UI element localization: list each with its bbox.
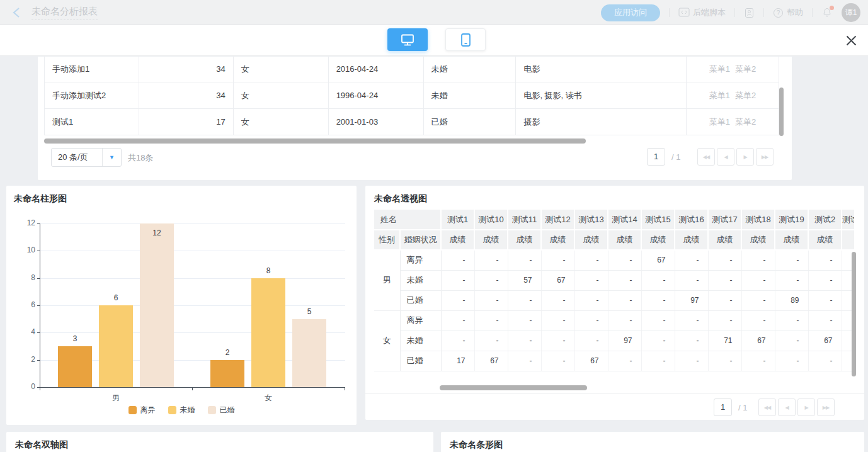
pivot-value-cell: 67 [641, 250, 675, 270]
pivot-value-cell: 17 [441, 351, 474, 371]
notifications-button[interactable] [821, 7, 833, 18]
pivot-value-cell: - [474, 250, 508, 270]
bar-离异-男[interactable] [58, 346, 92, 387]
legend-item-已婚[interactable]: 已婚 [208, 405, 235, 415]
page-size-select[interactable]: 20 条/页 ▼ [51, 148, 122, 167]
app-access-button[interactable]: 应用访问 [601, 4, 660, 21]
bar-已婚-女[interactable] [292, 319, 326, 387]
pivot-measure-header: 成绩 [508, 230, 541, 250]
desktop-view-toggle[interactable] [387, 28, 428, 51]
pivot-value-cell: - [708, 310, 741, 331]
y-axis-label: 12 [6, 218, 35, 227]
close-icon [845, 34, 858, 47]
table-row[interactable]: 手动添加134女2016-04-24未婚电影菜单1菜单2 [45, 57, 779, 82]
prev-page-button[interactable]: ◀ [717, 148, 734, 166]
pivot-row-group: 女 [374, 310, 400, 371]
pivot-table: 姓名测试1测试10测试11测试12测试13测试14测试15测试16测试17测试1… [374, 210, 854, 371]
pivot-col-header: 测试16 [675, 210, 708, 230]
prev-page-button[interactable]: ◀ [778, 398, 796, 416]
pivot-measure-header: 成绩 [808, 230, 842, 250]
backend-script-button[interactable]: 后端脚本 [678, 7, 726, 18]
pivot-row-header: 未婚 [400, 331, 441, 351]
avatar[interactable]: 谭1 [842, 3, 860, 22]
next-page-button[interactable]: ▶ [797, 398, 815, 416]
first-page-button[interactable]: ◀◀ [697, 148, 715, 166]
next-page-button[interactable]: ▶ [736, 148, 754, 166]
pivot-value-cell: - [641, 310, 675, 331]
pivot-value-cell: - [741, 250, 775, 270]
grid-line [40, 251, 345, 251]
pivot-value-cell: - [675, 351, 708, 371]
table-cell-name: 手动添加测试2 [45, 82, 139, 108]
x-axis-category: 女 [243, 393, 294, 404]
back-button[interactable] [11, 7, 23, 21]
grid-line [40, 223, 345, 224]
page-number-input[interactable]: 1 [647, 148, 665, 166]
report-title[interactable]: 未命名分析报表 [31, 6, 98, 20]
pivot-value-cell: - [708, 351, 741, 371]
phone-icon [460, 33, 471, 47]
hbar-chart-title: 未命名条形图 [450, 439, 503, 451]
divider [763, 8, 764, 17]
table-cell-marital: 未婚 [424, 57, 517, 82]
table-row[interactable]: 手动添加测试234女1996-04-24未婚电影, 摄影, 读书菜单1菜单2 [45, 82, 779, 109]
last-page-button[interactable]: ▶▶ [756, 148, 774, 166]
pivot-value-cell: - [474, 310, 508, 331]
pivot-value-cell: - [775, 250, 808, 270]
pivot-value-cell: - [608, 250, 641, 270]
pivot-value-cell: - [474, 331, 508, 351]
menu-link[interactable]: 菜单1 [709, 64, 730, 74]
vertical-scrollbar[interactable] [779, 88, 784, 136]
notification-dot [830, 6, 834, 10]
menu-link[interactable]: 菜单1 [709, 91, 730, 100]
y-axis-line [40, 223, 40, 388]
bar-未婚-男[interactable] [99, 305, 133, 387]
pivot-value-cell: - [541, 331, 574, 351]
legend-item-未婚[interactable]: 未婚 [168, 405, 195, 415]
pivot-value-cell: - [741, 351, 775, 371]
bar-value-label: 3 [58, 334, 92, 343]
bar-离异-女[interactable] [210, 360, 244, 387]
last-page-button[interactable]: ▶▶ [817, 398, 835, 416]
page-number-input[interactable]: 1 [714, 398, 732, 416]
contacts-button[interactable] [744, 8, 755, 18]
y-axis-label: 4 [6, 327, 35, 336]
horizontal-scrollbar[interactable] [44, 138, 586, 144]
last-page-icon: ▶▶ [762, 154, 768, 160]
pivot-value-cell: - [574, 270, 608, 290]
pivot-value-cell: 67 [808, 331, 842, 351]
legend-swatch [208, 406, 216, 414]
pivot-row-header: 离异 [400, 310, 441, 331]
vertical-scrollbar[interactable] [852, 252, 856, 376]
bar-已婚-男[interactable] [140, 223, 174, 387]
pivot-col-header: 测试14 [608, 210, 641, 230]
menu-link[interactable]: 菜单2 [735, 64, 756, 74]
table-row[interactable]: 测试117女2001-01-03已婚摄影菜单1菜单2 [45, 109, 779, 135]
menu-link[interactable]: 菜单2 [735, 117, 756, 127]
help-label: 帮助 [787, 7, 803, 18]
next-page-icon: ▶ [804, 405, 808, 410]
first-page-button[interactable]: ◀◀ [758, 398, 776, 416]
pivot-value-cell: - [474, 270, 508, 290]
preview-toolbar [0, 25, 868, 56]
pivot-value-cell: - [608, 310, 641, 331]
hbar-chart-card: 未命名条形图 [441, 432, 864, 452]
pivot-row-header: 已婚 [400, 290, 441, 310]
bar-未婚-女[interactable] [251, 278, 285, 387]
mobile-view-toggle[interactable] [445, 28, 486, 51]
horizontal-scrollbar[interactable] [440, 385, 587, 390]
pivot-value-cell: - [441, 250, 474, 270]
close-button[interactable] [845, 34, 858, 50]
help-button[interactable]: ? 帮助 [773, 7, 803, 18]
pivot-value-cell: 67 [541, 270, 574, 290]
pivot-measure-header: 成绩 [741, 230, 775, 250]
legend-item-离异[interactable]: 离异 [128, 405, 156, 415]
menu-link[interactable]: 菜单1 [709, 117, 730, 127]
pivot-value-cell: - [608, 351, 641, 371]
menu-link[interactable]: 菜单2 [735, 91, 756, 100]
bar-value-label: 2 [210, 348, 244, 357]
divider [669, 8, 670, 17]
pivot-value-cell: - [508, 310, 541, 331]
pivot-value-cell: - [641, 331, 675, 351]
dashboard-preview: 手动添加134女2016-04-24未婚电影菜单1菜单2手动添加测试234女19… [0, 57, 868, 452]
